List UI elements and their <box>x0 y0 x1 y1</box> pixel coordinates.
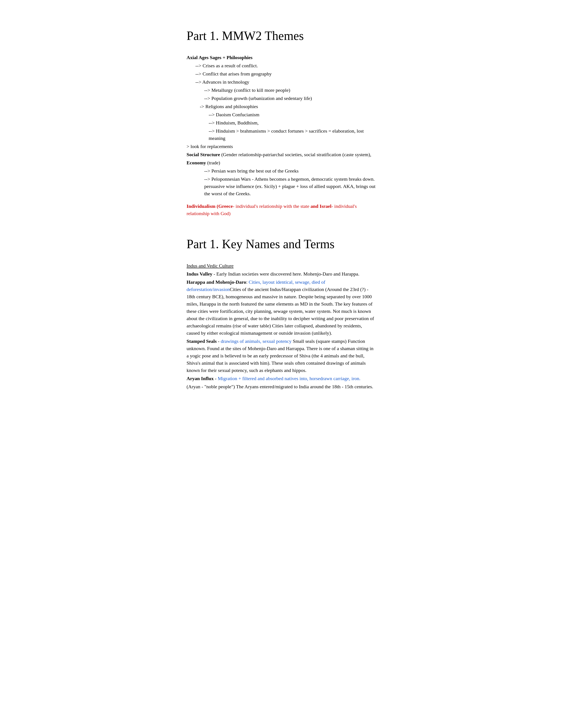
individualism-red2: - individual's relationship with the sta… <box>233 203 311 209</box>
harappa-bold: Harappa and Mohenjo-Daro <box>186 279 246 285</box>
indus-heading: Indus and Vedic Culture <box>186 262 377 269</box>
social-bold: Social Structure <box>186 152 220 157</box>
crises-line: --> Crises as a result of conflict. <box>195 62 377 69</box>
individualism-line: Individualism (Greece- individual's rela… <box>186 203 377 217</box>
part1-title: Part 1. MMW2 Themes <box>186 26 377 45</box>
harappa-colon: : <box>246 279 249 285</box>
religions-line: -> Religions and philosophies <box>200 103 377 110</box>
stamped-bold: Stamped Seals <box>186 338 216 344</box>
stamped-line: Stamped Seals - drawings of animals, sex… <box>186 338 377 374</box>
aryan-line: Aryan Influx - Migration + filtered and … <box>186 375 377 382</box>
conflict-geo-line: --> Conflict that arises from geography <box>195 70 377 77</box>
peloponnesian-line: --> Peloponnesian Wars - Athens becomes … <box>204 175 377 197</box>
part2-title: Part 1. Key Names and Terms <box>186 235 377 253</box>
individualism-red1: Individualism (Greece <box>186 203 233 209</box>
indus-valley-line: Indus Valley - Early Indian societies we… <box>186 270 377 278</box>
aryan-bold: Aryan Influx <box>186 376 214 381</box>
axial-section: Axial Ages Sages + Philosophies --> Cris… <box>186 54 377 217</box>
aryan-dash: - <box>214 376 218 381</box>
individualism-bold: and Israel <box>311 203 332 209</box>
persian-line: --> Persian wars bring the best out of t… <box>204 167 377 174</box>
look-line: > look for replacements <box>186 143 377 150</box>
aryan-text: (Aryan - "noble people") The Aryans ente… <box>186 383 377 390</box>
advances-line: --> Advances in technology <box>195 78 377 86</box>
social-line: Social Structure (Gender relationship-pa… <box>186 151 377 158</box>
daoism-line: --> Daoism Confucianism <box>209 111 377 118</box>
indus-valley-text: - Early Indian societies were discovered… <box>212 271 360 277</box>
harappa-line: Harappa and Mohenjo-Daro: Cities, layout… <box>186 278 377 337</box>
metallurgy-line: --> Metallurgy (conflict to kill more pe… <box>204 86 377 94</box>
axial-heading: Axial Ages Sages + Philosophies <box>186 54 377 61</box>
economy-detail: (trade) <box>206 160 220 165</box>
stamped-blue: drawings of animals, sexual potency <box>221 338 292 344</box>
stamped-dash: - <box>216 338 220 344</box>
aryan-blue: Migration + filtered and absorbed native… <box>218 376 361 381</box>
indus-valley-bold: Indus Valley <box>186 271 212 277</box>
hinduism1-line: --> Hinduism, Buddhism, <box>209 119 377 126</box>
harappa-text: Cities of the ancient Indus/Harappan civ… <box>186 287 374 336</box>
social-detail: (Gender relationship-patriarchal societi… <box>220 152 371 157</box>
hinduism2-line: --> Hinduism > brahmanisms > conduct for… <box>209 127 377 142</box>
economy-bold: Economy <box>186 160 206 165</box>
population-line: --> Population growth (urbanization and … <box>204 95 377 102</box>
key-terms-section: Indus and Vedic Culture Indus Valley - E… <box>186 262 377 390</box>
economy-line: Economy (trade) <box>186 159 377 166</box>
